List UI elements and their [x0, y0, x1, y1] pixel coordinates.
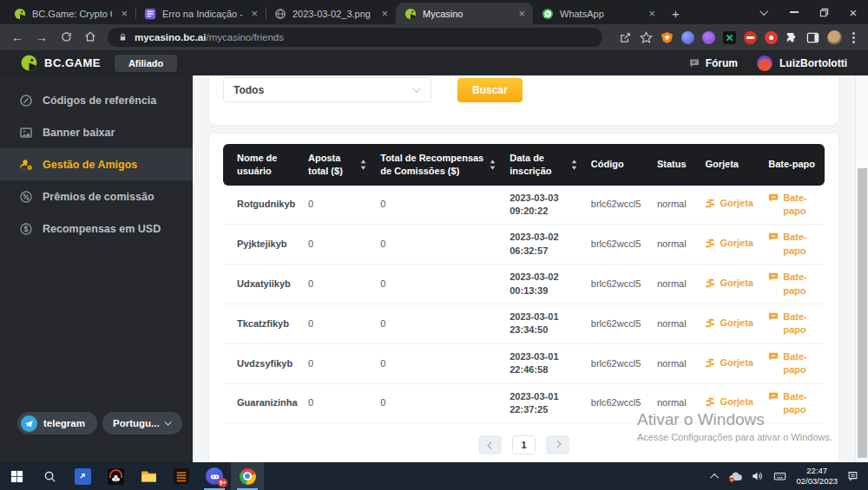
- blocker-hand-icon[interactable]: [765, 31, 778, 44]
- tab-close-icon[interactable]: ×: [248, 7, 260, 20]
- tab-close-icon[interactable]: ×: [378, 7, 391, 20]
- share-icon[interactable]: [619, 31, 632, 44]
- bcgame-logo[interactable]: BC.GAME: [21, 55, 101, 71]
- close-window-button[interactable]: ×: [838, 0, 868, 24]
- col-bet-total[interactable]: Aposta total ($): [301, 144, 373, 186]
- bate-papo-link[interactable]: Bate-papo: [768, 192, 818, 219]
- chevron-down-icon: [412, 84, 421, 93]
- tab-close-icon[interactable]: ×: [118, 7, 130, 20]
- afiliado-button[interactable]: Afiliado: [115, 55, 177, 72]
- chat-bubble-icon: [768, 351, 779, 362]
- bate-papo-link[interactable]: Bate-papo: [768, 350, 818, 377]
- cloud-sync-icon[interactable]: [727, 470, 742, 483]
- language-label: Portugu...: [113, 418, 160, 428]
- action-center-icon[interactable]: [846, 470, 859, 482]
- taskbar-poker-app[interactable]: [99, 462, 132, 490]
- scrollbar-thumb[interactable]: [858, 168, 867, 458]
- gorjeta-link[interactable]: Gorjeta: [705, 395, 753, 408]
- tab-png-image[interactable]: 2023-03-02_3.png (1024×76 ×: [266, 3, 396, 24]
- tray-chevron-up-icon[interactable]: [711, 473, 720, 481]
- minimize-button[interactable]: [779, 0, 809, 24]
- taskbar-stripes-app[interactable]: [165, 462, 198, 490]
- friend-code: brlc62wccl5: [584, 186, 650, 225]
- wallet-extension-icon[interactable]: [681, 31, 694, 44]
- bate-papo-link[interactable]: Bate-papo: [768, 310, 818, 337]
- bookmark-star-icon[interactable]: [640, 31, 653, 44]
- page-scrollbar[interactable]: [855, 75, 868, 462]
- new-tab-button[interactable]: +: [663, 6, 688, 24]
- signup-date: 2023-03-03: [510, 192, 577, 205]
- friend-bet-total: 0: [301, 343, 373, 383]
- col-username: Nome de usuário: [223, 144, 301, 186]
- sidebar-item-gestao-de-amigos[interactable]: Gestão de Amigos: [0, 148, 193, 180]
- taskbar-remote-app[interactable]: [66, 462, 99, 490]
- start-button[interactable]: [0, 462, 33, 490]
- tab-whatsapp[interactable]: WhatsApp ×: [533, 3, 663, 24]
- table-row: Udxatyiikyb 0 0 2023-03-0200:13:39 brlc6…: [223, 265, 825, 304]
- forum-link[interactable]: Fórum: [688, 57, 738, 69]
- tab-close-icon[interactable]: ×: [516, 7, 528, 20]
- forward-icon[interactable]: →: [31, 31, 52, 43]
- friend-rewards: 0: [373, 186, 503, 225]
- language-selector[interactable]: Portugu...: [102, 412, 182, 434]
- telegram-button[interactable]: telegram: [17, 412, 97, 434]
- profile-avatar[interactable]: [827, 30, 842, 45]
- col-signup-date[interactable]: Data de inscrição: [503, 144, 584, 186]
- sort-icon[interactable]: [571, 160, 577, 170]
- address-bar[interactable]: mycasino.bc.ai/mycasino/friends: [108, 28, 602, 47]
- tab-bcgame-casino[interactable]: BC.Game: Crypto Casino Gan ×: [5, 3, 135, 24]
- col-rewards[interactable]: Total de Recompensas de Comissões ($): [373, 144, 503, 186]
- reload-icon[interactable]: [56, 31, 76, 44]
- gorjeta-link[interactable]: Gorjeta: [705, 317, 753, 330]
- taskbar-search-button[interactable]: [33, 462, 66, 490]
- bate-papo-link[interactable]: Bate-papo: [768, 271, 818, 297]
- sort-icon[interactable]: [490, 160, 496, 170]
- sort-icon[interactable]: [360, 160, 366, 170]
- sidebar-item-codigos-referencia[interactable]: Códigos de referência: [0, 84, 193, 116]
- menu-kebab-icon[interactable]: [850, 32, 858, 43]
- bate-papo-label: Bate-papo: [783, 192, 818, 219]
- back-icon[interactable]: ←: [7, 31, 28, 43]
- site-header: BC.GAME Afiliado Fórum LuizBortolotti: [0, 50, 868, 75]
- bate-papo-link[interactable]: Bate-papo: [768, 231, 818, 258]
- chat-bubble-icon: [768, 311, 779, 322]
- banner-download-icon: [19, 126, 33, 140]
- signup-date: 2023-03-01: [510, 310, 577, 323]
- file-explorer-button[interactable]: [132, 462, 165, 490]
- home-icon[interactable]: [80, 30, 101, 44]
- extensions-puzzle-icon[interactable]: [786, 31, 799, 44]
- username-label[interactable]: LuizBortolotti: [779, 57, 847, 69]
- taskbar-chrome-button[interactable]: [231, 462, 264, 490]
- taskbar-game-app[interactable]: 9+: [198, 462, 231, 490]
- gorjeta-label: Gorjeta: [720, 197, 753, 210]
- gorjeta-link[interactable]: Gorjeta: [705, 237, 753, 250]
- purple-extension-icon[interactable]: [702, 31, 715, 44]
- keyboard-icon[interactable]: [773, 470, 787, 482]
- adblock-icon[interactable]: [744, 31, 757, 44]
- tab-search-icon[interactable]: [750, 0, 779, 24]
- chrome-icon: [240, 468, 256, 485]
- restore-button[interactable]: [809, 0, 838, 24]
- tab-mycasino-active[interactable]: Mycasino ×: [396, 3, 533, 24]
- current-page[interactable]: 1: [512, 435, 536, 454]
- volume-icon[interactable]: [751, 470, 764, 482]
- gorjeta-link[interactable]: Gorjeta: [705, 277, 753, 290]
- friend-filter-select[interactable]: Todos: [223, 77, 431, 102]
- tab-erro-indicacao[interactable]: Erro na Indicação - BC.Game ×: [135, 3, 266, 24]
- gorjeta-link[interactable]: Gorjeta: [705, 197, 753, 210]
- sidebar-item-premios-comissao[interactable]: Prêmios de comissão: [0, 180, 193, 212]
- next-page-button[interactable]: [546, 435, 569, 454]
- side-panel-icon[interactable]: [806, 31, 819, 44]
- chevron-left-icon: [487, 442, 494, 449]
- gorjeta-link[interactable]: Gorjeta: [705, 356, 753, 369]
- sidebar-item-banner-baixar[interactable]: Banner baixar: [0, 116, 193, 148]
- sidebar-item-recompensas-usd[interactable]: Recompensas em USD: [0, 212, 193, 245]
- buscar-button[interactable]: Buscar: [457, 78, 523, 102]
- taskbar-clock[interactable]: 22:47 02/03/2023: [796, 466, 838, 487]
- metamask-icon[interactable]: [661, 31, 674, 44]
- user-avatar[interactable]: [757, 56, 773, 71]
- signup-time: 22:37:25: [510, 403, 577, 416]
- prev-page-button[interactable]: [478, 435, 502, 454]
- x-extension-icon[interactable]: [723, 31, 736, 44]
- tab-close-icon[interactable]: ×: [646, 7, 658, 20]
